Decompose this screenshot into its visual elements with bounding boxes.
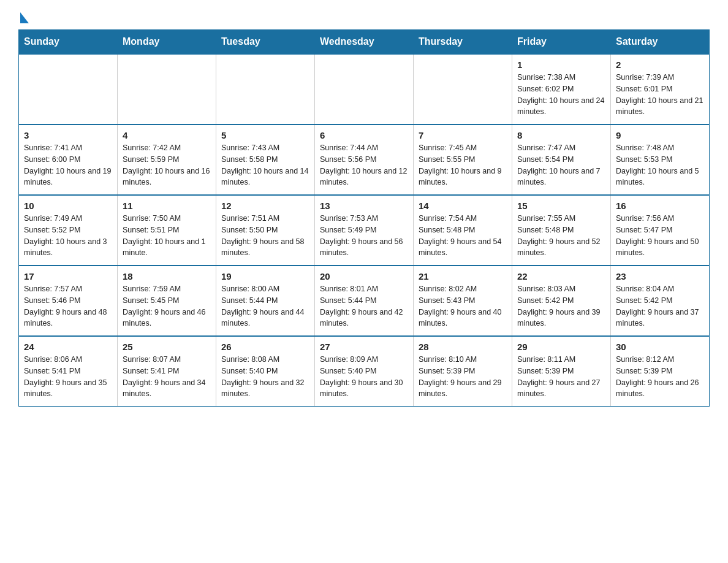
calendar-cell: 16Sunrise: 7:56 AM Sunset: 5:47 PM Dayli… <box>611 195 710 266</box>
day-info: Sunrise: 7:49 AM Sunset: 5:52 PM Dayligh… <box>24 213 112 259</box>
day-number: 1 <box>517 59 605 70</box>
calendar-cell: 4Sunrise: 7:42 AM Sunset: 5:59 PM Daylig… <box>118 124 216 195</box>
calendar-cell <box>414 54 512 124</box>
day-info: Sunrise: 7:54 AM Sunset: 5:48 PM Dayligh… <box>419 213 507 259</box>
day-info: Sunrise: 7:47 AM Sunset: 5:54 PM Dayligh… <box>517 142 605 188</box>
day-info: Sunrise: 7:48 AM Sunset: 5:53 PM Dayligh… <box>616 142 704 188</box>
day-info: Sunrise: 7:41 AM Sunset: 6:00 PM Dayligh… <box>24 142 112 188</box>
calendar-header-row: SundayMondayTuesdayWednesdayThursdayFrid… <box>19 30 710 55</box>
logo <box>18 12 36 23</box>
day-info: Sunrise: 8:10 AM Sunset: 5:39 PM Dayligh… <box>419 354 507 400</box>
calendar-cell: 20Sunrise: 8:01 AM Sunset: 5:44 PM Dayli… <box>315 266 414 336</box>
day-number: 8 <box>517 130 605 140</box>
logo-triangle-icon <box>20 12 29 23</box>
calendar-cell: 22Sunrise: 8:03 AM Sunset: 5:42 PM Dayli… <box>512 266 611 336</box>
calendar-header-monday: Monday <box>118 30 216 55</box>
day-info: Sunrise: 8:06 AM Sunset: 5:41 PM Dayligh… <box>24 354 112 400</box>
calendar-cell: 8Sunrise: 7:47 AM Sunset: 5:54 PM Daylig… <box>512 124 611 195</box>
calendar-cell: 24Sunrise: 8:06 AM Sunset: 5:41 PM Dayli… <box>19 336 118 407</box>
day-number: 5 <box>221 130 309 140</box>
day-number: 25 <box>123 342 211 352</box>
page-header <box>18 12 710 23</box>
day-number: 15 <box>517 201 605 211</box>
calendar-week-2: 3Sunrise: 7:41 AM Sunset: 6:00 PM Daylig… <box>19 124 710 195</box>
day-info: Sunrise: 7:57 AM Sunset: 5:46 PM Dayligh… <box>24 283 112 329</box>
day-info: Sunrise: 8:03 AM Sunset: 5:42 PM Dayligh… <box>517 283 605 329</box>
day-info: Sunrise: 8:01 AM Sunset: 5:44 PM Dayligh… <box>320 283 408 329</box>
calendar-cell: 18Sunrise: 7:59 AM Sunset: 5:45 PM Dayli… <box>118 266 216 336</box>
day-info: Sunrise: 8:08 AM Sunset: 5:40 PM Dayligh… <box>221 354 309 400</box>
day-number: 17 <box>24 271 112 282</box>
day-number: 29 <box>517 342 605 352</box>
calendar-week-5: 24Sunrise: 8:06 AM Sunset: 5:41 PM Dayli… <box>19 336 710 407</box>
day-info: Sunrise: 7:51 AM Sunset: 5:50 PM Dayligh… <box>221 213 309 259</box>
calendar-cell: 28Sunrise: 8:10 AM Sunset: 5:39 PM Dayli… <box>414 336 512 407</box>
day-number: 7 <box>419 130 507 140</box>
day-info: Sunrise: 8:09 AM Sunset: 5:40 PM Dayligh… <box>320 354 408 400</box>
day-number: 26 <box>221 342 309 352</box>
calendar-week-3: 10Sunrise: 7:49 AM Sunset: 5:52 PM Dayli… <box>19 195 710 266</box>
day-number: 23 <box>616 271 704 282</box>
calendar-header-sunday: Sunday <box>19 30 118 55</box>
day-number: 30 <box>616 342 704 352</box>
calendar-cell: 7Sunrise: 7:45 AM Sunset: 5:55 PM Daylig… <box>414 124 512 195</box>
calendar-header-saturday: Saturday <box>611 30 710 55</box>
calendar-header-tuesday: Tuesday <box>216 30 315 55</box>
day-number: 10 <box>24 201 112 211</box>
day-info: Sunrise: 7:38 AM Sunset: 6:02 PM Dayligh… <box>517 72 605 118</box>
calendar-week-1: 1Sunrise: 7:38 AM Sunset: 6:02 PM Daylig… <box>19 54 710 124</box>
day-info: Sunrise: 7:53 AM Sunset: 5:49 PM Dayligh… <box>320 213 408 259</box>
day-info: Sunrise: 7:43 AM Sunset: 5:58 PM Dayligh… <box>221 142 309 188</box>
day-info: Sunrise: 7:56 AM Sunset: 5:47 PM Dayligh… <box>616 213 704 259</box>
day-number: 11 <box>123 201 211 211</box>
calendar-cell: 14Sunrise: 7:54 AM Sunset: 5:48 PM Dayli… <box>414 195 512 266</box>
calendar-cell: 30Sunrise: 8:12 AM Sunset: 5:39 PM Dayli… <box>611 336 710 407</box>
day-number: 24 <box>24 342 112 352</box>
calendar-cell <box>19 54 118 124</box>
calendar-cell: 21Sunrise: 8:02 AM Sunset: 5:43 PM Dayli… <box>414 266 512 336</box>
day-number: 18 <box>123 271 211 282</box>
day-info: Sunrise: 7:42 AM Sunset: 5:59 PM Dayligh… <box>123 142 211 188</box>
day-info: Sunrise: 7:45 AM Sunset: 5:55 PM Dayligh… <box>419 142 507 188</box>
day-number: 4 <box>123 130 211 140</box>
calendar-cell <box>118 54 216 124</box>
day-info: Sunrise: 7:59 AM Sunset: 5:45 PM Dayligh… <box>123 283 211 329</box>
day-info: Sunrise: 8:00 AM Sunset: 5:44 PM Dayligh… <box>221 283 309 329</box>
calendar-cell: 19Sunrise: 8:00 AM Sunset: 5:44 PM Dayli… <box>216 266 315 336</box>
calendar-cell: 11Sunrise: 7:50 AM Sunset: 5:51 PM Dayli… <box>118 195 216 266</box>
day-info: Sunrise: 8:07 AM Sunset: 5:41 PM Dayligh… <box>123 354 211 400</box>
day-info: Sunrise: 8:04 AM Sunset: 5:42 PM Dayligh… <box>616 283 704 329</box>
calendar-cell <box>216 54 315 124</box>
calendar-cell: 5Sunrise: 7:43 AM Sunset: 5:58 PM Daylig… <box>216 124 315 195</box>
calendar-cell: 23Sunrise: 8:04 AM Sunset: 5:42 PM Dayli… <box>611 266 710 336</box>
calendar-cell: 10Sunrise: 7:49 AM Sunset: 5:52 PM Dayli… <box>19 195 118 266</box>
calendar-cell: 3Sunrise: 7:41 AM Sunset: 6:00 PM Daylig… <box>19 124 118 195</box>
calendar-cell: 9Sunrise: 7:48 AM Sunset: 5:53 PM Daylig… <box>611 124 710 195</box>
calendar-cell: 25Sunrise: 8:07 AM Sunset: 5:41 PM Dayli… <box>118 336 216 407</box>
day-number: 14 <box>419 201 507 211</box>
day-number: 28 <box>419 342 507 352</box>
calendar-header-wednesday: Wednesday <box>315 30 414 55</box>
day-number: 16 <box>616 201 704 211</box>
day-info: Sunrise: 8:11 AM Sunset: 5:39 PM Dayligh… <box>517 354 605 400</box>
day-info: Sunrise: 7:50 AM Sunset: 5:51 PM Dayligh… <box>123 213 211 259</box>
calendar-cell: 15Sunrise: 7:55 AM Sunset: 5:48 PM Dayli… <box>512 195 611 266</box>
day-info: Sunrise: 8:02 AM Sunset: 5:43 PM Dayligh… <box>419 283 507 329</box>
calendar-week-4: 17Sunrise: 7:57 AM Sunset: 5:46 PM Dayli… <box>19 266 710 336</box>
day-number: 21 <box>419 271 507 282</box>
calendar-cell: 13Sunrise: 7:53 AM Sunset: 5:49 PM Dayli… <box>315 195 414 266</box>
day-number: 2 <box>616 59 704 70</box>
day-info: Sunrise: 7:39 AM Sunset: 6:01 PM Dayligh… <box>616 72 704 118</box>
day-number: 13 <box>320 201 408 211</box>
day-info: Sunrise: 7:44 AM Sunset: 5:56 PM Dayligh… <box>320 142 408 188</box>
day-number: 3 <box>24 130 112 140</box>
day-info: Sunrise: 7:55 AM Sunset: 5:48 PM Dayligh… <box>517 213 605 259</box>
calendar-cell: 12Sunrise: 7:51 AM Sunset: 5:50 PM Dayli… <box>216 195 315 266</box>
calendar-header-thursday: Thursday <box>414 30 512 55</box>
day-number: 12 <box>221 201 309 211</box>
day-number: 9 <box>616 130 704 140</box>
calendar-cell: 29Sunrise: 8:11 AM Sunset: 5:39 PM Dayli… <box>512 336 611 407</box>
day-number: 6 <box>320 130 408 140</box>
calendar-cell: 6Sunrise: 7:44 AM Sunset: 5:56 PM Daylig… <box>315 124 414 195</box>
calendar-cell <box>315 54 414 124</box>
